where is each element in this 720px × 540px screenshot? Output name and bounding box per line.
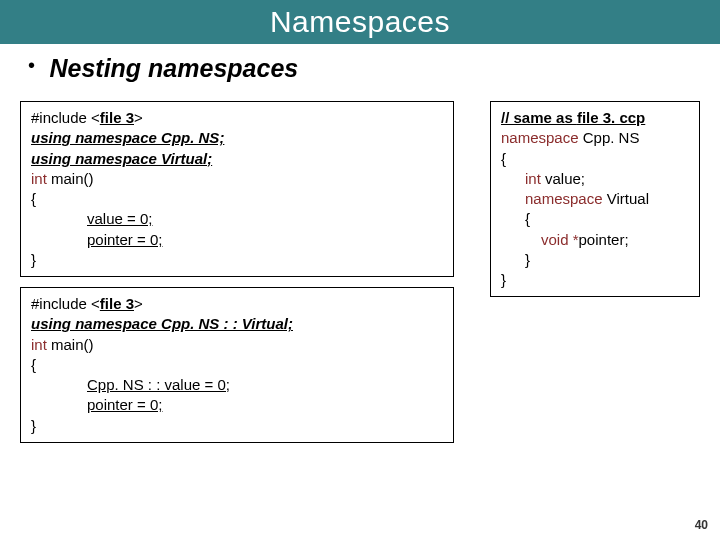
right-column: // same as file 3. ccp namespace Cpp. NS… — [490, 101, 700, 453]
code-line: // same as file 3. ccp — [501, 109, 645, 126]
code-line: } — [31, 417, 36, 434]
content-columns: #include <file 3> using namespace Cpp. N… — [0, 83, 720, 453]
code-line: void *pointer; — [501, 231, 629, 248]
code-line: } — [31, 251, 36, 268]
page-number: 40 — [695, 518, 708, 532]
subhead-text: Nesting namespaces — [49, 54, 298, 82]
code-example-3: // same as file 3. ccp namespace Cpp. NS… — [490, 101, 700, 297]
code-line: pointer = 0; — [31, 231, 162, 248]
code-line: namespace Virtual — [501, 190, 649, 207]
code-line: int value; — [501, 170, 585, 187]
code-example-1: #include <file 3> using namespace Cpp. N… — [20, 101, 454, 277]
code-line: Cpp. NS : : value = 0; — [31, 376, 230, 393]
code-line: { — [31, 356, 36, 373]
code-line: int main() — [31, 336, 94, 353]
code-line: namespace Cpp. NS — [501, 129, 639, 146]
code-line: { — [501, 210, 530, 227]
code-line: } — [501, 271, 506, 288]
subhead: • Nesting namespaces — [0, 44, 720, 83]
code-line: using namespace Virtual; — [31, 150, 212, 167]
bullet-icon: • — [28, 54, 35, 77]
code-line: #include <file 3> — [31, 295, 143, 312]
code-line: int main() — [31, 170, 94, 187]
code-line: { — [501, 150, 506, 167]
code-line: #include <file 3> — [31, 109, 143, 126]
page-title: Namespaces — [270, 5, 450, 39]
code-line: } — [501, 251, 530, 268]
code-line: pointer = 0; — [31, 396, 162, 413]
left-column: #include <file 3> using namespace Cpp. N… — [20, 101, 454, 453]
code-line: using namespace Cpp. NS : : Virtual; — [31, 315, 293, 332]
code-line: value = 0; — [31, 210, 152, 227]
code-example-2: #include <file 3> using namespace Cpp. N… — [20, 287, 454, 443]
title-bar: Namespaces — [0, 0, 720, 44]
code-line: using namespace Cpp. NS; — [31, 129, 224, 146]
code-line: { — [31, 190, 36, 207]
